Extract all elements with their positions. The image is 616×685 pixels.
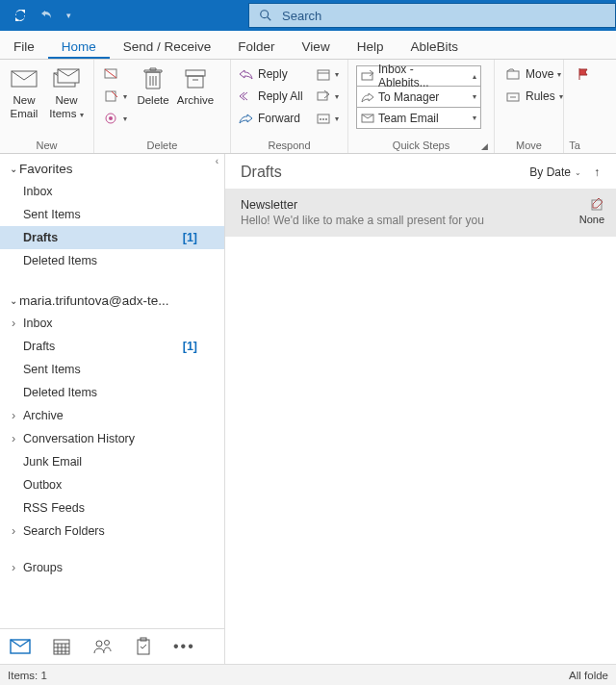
tab-file[interactable]: File [0, 34, 48, 59]
cleanup-icon [104, 89, 119, 103]
folder-sent-items[interactable]: Sent Items [0, 358, 224, 381]
tab-view[interactable]: View [289, 34, 344, 59]
svg-point-22 [322, 118, 324, 120]
more-respond-button[interactable]: ▾ [312, 108, 343, 129]
group-label-move: Move [499, 138, 559, 153]
svg-rect-19 [318, 92, 327, 100]
reply-button[interactable]: Reply [235, 63, 310, 85]
rules-button[interactable]: Rules▾ [502, 86, 567, 107]
svg-line-1 [268, 17, 271, 21]
quicksteps-dialog-launcher[interactable]: ◢ [481, 141, 488, 151]
new-email-button[interactable]: New Email [4, 62, 44, 121]
sort-by-date[interactable]: By Date⌄ [529, 165, 581, 179]
share-button[interactable]: ▾ [312, 86, 343, 107]
status-item-count: Items: 1 [8, 670, 47, 681]
svg-rect-24 [362, 73, 372, 80]
folder-outbox[interactable]: Outbox [0, 473, 224, 496]
account-header[interactable]: ⌄ maria.trifuntova@adx-te... [0, 286, 224, 312]
mail-view-icon[interactable] [10, 638, 31, 655]
more-views-icon[interactable]: ••• [173, 638, 195, 655]
archive-button[interactable]: Archive [175, 62, 216, 108]
titlebar: ▾ [0, 0, 616, 31]
qat-customize[interactable]: ▾ [62, 4, 75, 27]
forward-icon [361, 91, 374, 103]
quickstep-scroll-up[interactable]: ▴ [473, 72, 476, 81]
people-view-icon[interactable] [92, 638, 114, 655]
svg-rect-7 [106, 91, 116, 101]
folder-pane: ‹ ⌄ Favorites Inbox Sent Items Drafts[1]… [0, 154, 225, 664]
sync-button[interactable] [8, 4, 33, 27]
search-icon [259, 9, 272, 22]
sort-direction-button[interactable]: ↑ [589, 165, 604, 179]
fav-deleted-items[interactable]: Deleted Items [0, 249, 224, 272]
more-icon [316, 112, 331, 125]
junk-button[interactable]: ▾ [100, 108, 131, 129]
meeting-button[interactable]: ▾ [312, 63, 343, 85]
svg-point-36 [96, 641, 102, 647]
undo-button[interactable] [35, 4, 60, 27]
tab-home[interactable]: Home [48, 34, 110, 59]
fav-sent-items[interactable]: Sent Items [0, 203, 224, 226]
svg-line-8 [112, 91, 117, 97]
reply-icon [239, 68, 254, 80]
folder-move-icon [506, 67, 522, 81]
fav-drafts[interactable]: Drafts[1] [0, 226, 224, 249]
quickstep-to-manager[interactable]: To Manager▾ [356, 87, 481, 108]
folder-conversation-history[interactable]: Conversation History [0, 427, 224, 450]
rules-icon [506, 89, 522, 103]
flag-icon [576, 67, 591, 81]
message-item[interactable]: Newsletter Hello! We'd like to make a sm… [225, 189, 616, 237]
meeting-icon [316, 67, 331, 81]
group-label-new: New [4, 138, 90, 153]
new-items-button[interactable]: New Items ▾ [46, 62, 87, 121]
quickstep-more[interactable]: ▾ [473, 114, 476, 122]
svg-point-23 [325, 118, 327, 120]
svg-rect-15 [188, 76, 203, 88]
junk-icon [104, 112, 119, 125]
cleanup-button[interactable]: ▾ [100, 86, 131, 107]
mail-icon [11, 65, 38, 92]
nav-footer: ••• [0, 628, 224, 664]
search-input[interactable] [282, 9, 605, 23]
svg-rect-26 [507, 71, 519, 79]
folder-deleted-items[interactable]: Deleted Items [0, 381, 224, 404]
tag-button[interactable] [572, 63, 595, 85]
status-connection: All folde [569, 670, 608, 681]
tab-help[interactable]: Help [344, 34, 398, 59]
message-list-pane: Drafts By Date⌄ ↑ Newsletter Hello! We'd… [225, 154, 616, 664]
quickstep-scroll-down[interactable]: ▾ [473, 92, 476, 101]
collapse-nav-button[interactable]: ‹ [214, 154, 220, 168]
search-box[interactable] [248, 3, 616, 28]
tab-send-receive[interactable]: Send / Receive [110, 34, 225, 59]
fav-inbox[interactable]: Inbox [0, 180, 224, 203]
quickstep-inbox-ablebits[interactable]: Inbox - Ablebits...▴ [356, 65, 481, 87]
chevron-down-icon: ⌄ [10, 164, 17, 174]
forward-icon [239, 113, 254, 124]
tasks-view-icon[interactable] [135, 637, 152, 656]
folder-search-folders[interactable]: Search Folders [0, 520, 224, 543]
group-label-respond: Respond [235, 138, 344, 153]
folder-drafts[interactable]: Drafts[1] [0, 335, 224, 358]
tab-ablebits[interactable]: AbleBits [397, 34, 472, 59]
move-button[interactable]: Move▾ [502, 63, 567, 85]
forward-button[interactable]: Forward [235, 108, 310, 129]
tab-folder[interactable]: Folder [224, 34, 288, 59]
folder-junk-email[interactable]: Junk Email [0, 450, 224, 473]
folder-archive[interactable]: Archive [0, 404, 224, 427]
draft-indicator-icon [591, 198, 604, 212]
svg-point-10 [109, 116, 113, 120]
folder-inbox[interactable]: Inbox [0, 312, 224, 335]
message-category: None [579, 214, 604, 225]
reply-all-button[interactable]: Reply All [235, 86, 310, 107]
folder-rss-feeds[interactable]: RSS Feeds [0, 496, 224, 520]
svg-point-0 [261, 11, 269, 18]
ignore-button[interactable] [100, 63, 131, 85]
quickstep-team-email[interactable]: Team Email▾ [356, 108, 481, 129]
calendar-view-icon[interactable] [52, 637, 71, 656]
svg-point-21 [320, 118, 321, 120]
groups-header[interactable]: Groups [0, 556, 224, 579]
delete-button[interactable]: Delete [133, 62, 173, 108]
group-label-tags: Ta [568, 138, 581, 153]
favorites-header[interactable]: ⌄ Favorites [0, 154, 224, 180]
statusbar: Items: 1 All folde [0, 664, 616, 685]
